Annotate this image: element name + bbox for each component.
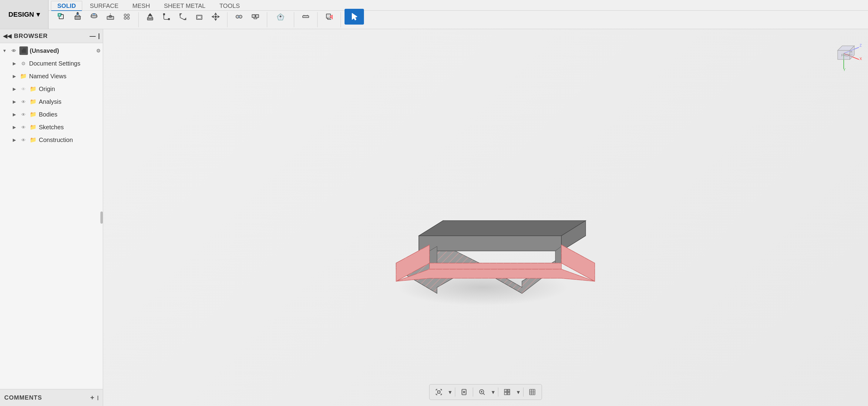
fit-view-dropdown[interactable]: ▾ <box>447 386 453 399</box>
expand-bodies[interactable]: ▶ <box>11 111 18 118</box>
grid-button[interactable] <box>525 386 539 399</box>
pattern-button[interactable] <box>119 9 135 25</box>
view-cube[interactable]: Z X Y FRONT R <box>826 35 862 71</box>
svg-text:Z: Z <box>860 44 862 48</box>
zoom-dropdown[interactable]: ▾ <box>490 386 496 399</box>
eye-analysis[interactable]: 👁 <box>20 98 27 106</box>
sep3 <box>498 387 498 397</box>
zoom-button[interactable] <box>475 386 489 399</box>
modify-group: MODIFY ▾ <box>142 9 223 31</box>
sep1 <box>455 387 455 397</box>
bottom-toolbar: ▾ ▾ <box>429 384 542 400</box>
comments-add-icon[interactable]: + <box>90 394 94 402</box>
settings-icon-unsaved[interactable]: ⚙ <box>96 48 100 54</box>
svg-rect-36 <box>252 14 255 18</box>
sidebar: ◀◀ BROWSER — | ▼ 👁 ⬛ (Unsaved) ⚙ ▶ ⚙ Doc… <box>0 29 103 406</box>
folder-icon-analysis: 📁 <box>29 98 37 106</box>
svg-rect-22 <box>163 13 165 15</box>
display-dropdown[interactable]: ▾ <box>515 386 521 399</box>
folder-icon-named-views: 📁 <box>20 72 27 80</box>
svg-marker-9 <box>77 12 79 13</box>
orbit-button[interactable] <box>457 386 471 399</box>
svg-point-34 <box>239 15 242 18</box>
svg-point-32 <box>215 16 217 18</box>
svg-point-45 <box>280 16 281 17</box>
svg-rect-23 <box>168 19 169 20</box>
expand-unsaved[interactable]: ▼ <box>1 47 8 54</box>
expand-analysis[interactable]: ▶ <box>11 98 18 105</box>
comments-collapse-icon[interactable]: | <box>97 395 99 401</box>
expand-sketches[interactable]: ▶ <box>11 124 18 130</box>
svg-text:X: X <box>860 57 862 61</box>
tree-item-analysis[interactable]: ▶ 👁 📁 Analysis <box>0 95 103 108</box>
construct-button[interactable] <box>271 9 290 25</box>
expand-doc-settings[interactable]: ▶ <box>11 60 18 67</box>
tree-area: ▼ 👁 ⬛ (Unsaved) ⚙ ▶ ⚙ Document Settings … <box>0 43 103 389</box>
folder-icon-sketches: 📁 <box>29 123 37 131</box>
new-component-button[interactable] <box>53 9 69 25</box>
move-button[interactable] <box>208 9 223 25</box>
expand-construction[interactable]: ▶ <box>11 137 18 143</box>
eye-unsaved[interactable]: 👁 <box>10 47 18 55</box>
browser-pin-icon[interactable]: | <box>98 32 100 39</box>
tree-label-unsaved: (Unsaved) <box>30 47 59 54</box>
inspect-group: INSPECT ▾ <box>298 9 314 31</box>
viewport[interactable]: Z X Y FRONT R ▾ <box>103 29 868 406</box>
tree-item-bodies[interactable]: ▶ 👁 📁 Bodies <box>0 108 103 121</box>
browser-options-icon[interactable]: — <box>90 32 96 39</box>
hole-button[interactable] <box>102 9 118 25</box>
extrude-button[interactable] <box>70 9 86 25</box>
svg-rect-6 <box>75 17 81 20</box>
shell-button[interactable] <box>191 9 207 25</box>
browser-collapse-icon[interactable]: ◀◀ <box>3 33 11 39</box>
tree-item-origin[interactable]: ▶ 👁 📁 Origin <box>0 83 103 95</box>
press-pull-button[interactable] <box>142 9 158 25</box>
svg-point-16 <box>124 17 126 20</box>
tree-item-unsaved[interactable]: ▼ 👁 ⬛ (Unsaved) ⚙ <box>0 44 103 57</box>
rigid-group-button[interactable] <box>247 9 263 25</box>
fillet-button[interactable] <box>159 9 175 25</box>
svg-marker-30 <box>212 16 214 18</box>
svg-point-14 <box>124 14 126 17</box>
fit-view-button[interactable] <box>432 386 446 399</box>
svg-rect-68 <box>438 391 440 393</box>
model-front-face <box>419 236 561 251</box>
tree-item-sketches[interactable]: ▶ 👁 📁 Sketches <box>0 121 103 134</box>
insert-group: INSERT ▾ <box>321 9 337 31</box>
toolbar-icons: CREATE ▾ <box>49 10 868 29</box>
measure-button[interactable] <box>298 9 314 25</box>
chamfer-button[interactable] <box>175 9 191 25</box>
svg-marker-24 <box>180 13 181 15</box>
tree-item-construction[interactable]: ▶ 👁 📁 Construction <box>0 134 103 146</box>
comments-bar: COMMENTS + | <box>0 389 103 406</box>
eye-origin[interactable]: 👁 <box>20 85 27 93</box>
svg-marker-25 <box>184 18 186 20</box>
design-label: DESIGN <box>8 10 34 19</box>
folder-icon-construction: 📁 <box>29 136 37 144</box>
design-dropdown-icon: ▾ <box>36 10 40 19</box>
tree-item-named-views[interactable]: ▶ 📁 Named Views <box>0 70 103 83</box>
toolbar: DESIGN ▾ SOLID SURFACE MESH SHEET METAL … <box>0 0 868 29</box>
tree-item-doc-settings[interactable]: ▶ ⚙ Document Settings <box>0 57 103 70</box>
insert-button[interactable] <box>321 9 337 25</box>
svg-line-72 <box>483 393 485 395</box>
svg-rect-77 <box>504 393 507 395</box>
comments-label: COMMENTS <box>4 394 42 401</box>
folder-icon-origin: 📁 <box>29 85 37 93</box>
display-mode-button[interactable] <box>500 386 514 399</box>
svg-rect-46 <box>303 16 309 18</box>
svg-marker-21 <box>149 13 151 15</box>
design-button[interactable]: DESIGN ▾ <box>0 0 49 29</box>
model-top-face <box>419 221 586 236</box>
sidebar-resize-handle[interactable] <box>100 211 103 224</box>
revolve-button[interactable] <box>86 9 102 25</box>
joint-button[interactable] <box>231 9 247 25</box>
expand-named-views[interactable]: ▶ <box>11 73 18 80</box>
expand-origin[interactable]: ▶ <box>11 86 18 92</box>
eye-construction[interactable]: 👁 <box>20 136 27 144</box>
browser-title: BROWSER <box>14 32 48 39</box>
eye-bodies[interactable]: 👁 <box>20 111 27 118</box>
select-button[interactable] <box>344 9 364 25</box>
svg-rect-78 <box>507 393 510 395</box>
eye-sketches[interactable]: 👁 <box>20 123 27 131</box>
